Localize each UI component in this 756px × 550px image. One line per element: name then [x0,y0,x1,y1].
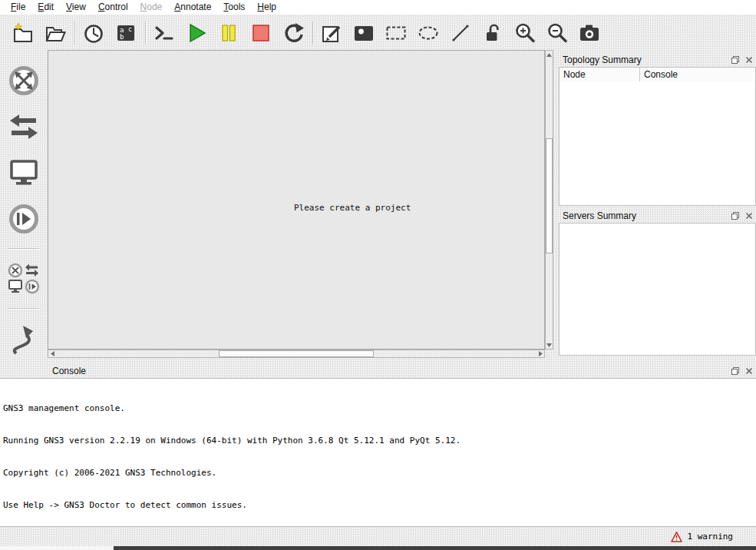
screenshot-button[interactable] [576,20,602,46]
menu-view[interactable]: View [60,0,92,15]
add-link-button[interactable] [7,322,41,356]
router-icon [7,64,41,98]
toolbar-separator [312,22,314,45]
browse-end-devices-button[interactable] [7,156,41,190]
start-play-icon [185,22,208,45]
unlocked-padlock-icon [481,22,504,45]
interface-labels-button[interactable]: a c b [113,20,139,46]
lock-unlock-button[interactable] [480,20,506,46]
insert-picture-button[interactable] [351,20,377,46]
close-icon [744,211,754,220]
scroll-up-arrow[interactable] [546,51,553,58]
reload-arrow-icon [282,22,305,45]
new-project-button[interactable] [10,20,36,46]
console-line: Use Help -> GNS3 Doctor to detect common… [3,500,753,511]
close-panel-button[interactable] [744,210,754,221]
menu-tools[interactable]: Tools [217,0,251,15]
menu-node: Node [134,0,169,15]
console-titlebar: Console [0,363,756,378]
menu-bar: File Edit View Control Node Annotate Too… [0,0,756,15]
menu-help[interactable]: Help [251,0,282,15]
servers-summary-list[interactable] [559,223,756,356]
svg-text:c: c [128,26,132,33]
menu-file[interactable]: File [5,0,31,15]
reload-button[interactable] [280,20,306,46]
suspend-button[interactable] [216,20,242,46]
close-panel-button[interactable] [744,55,754,65]
main-toolbar: a c b [0,16,756,50]
topology-summary-list[interactable] [559,81,756,206]
interface-labels-icon: a c b [114,22,137,45]
zoom-out-button[interactable] [544,20,570,46]
browse-security-devices-button[interactable] [7,202,41,236]
console-line: Copyright (c) 2006-2021 GNS3 Technologie… [3,468,753,479]
insert-picture-icon [352,22,375,45]
scroll-down-arrow[interactable] [546,341,553,349]
warning-triangle-icon[interactable] [671,532,682,542]
window-bottom-edge-left [0,546,114,550]
draw-ellipse-button[interactable] [415,20,441,46]
zoom-out-icon [546,22,569,45]
horizontal-scroll-thumb[interactable] [219,350,374,357]
console-line: GNS3 management console. [3,403,753,414]
draw-ellipse-icon [417,22,440,45]
warning-count-label[interactable]: 1 warning [687,532,733,542]
column-header-node[interactable]: Node [560,68,640,81]
float-panel-button[interactable] [730,366,741,376]
add-note-pencil-icon [320,22,343,45]
device-toolbar-separator [8,308,39,310]
stop-button[interactable] [248,20,274,46]
menu-annotate[interactable]: Annotate [168,0,217,15]
servers-summary-titlebar: Servers Summary [559,208,756,223]
console-title: Console [52,366,86,376]
canvas-vertical-scrollbar[interactable] [545,50,553,350]
console-connect-button[interactable] [151,20,177,46]
all-devices-icon [7,262,41,296]
browse-routers-button[interactable] [7,64,41,98]
draw-rectangle-icon [385,22,408,45]
topology-summary-header: Node Console [559,67,756,82]
new-project-icon [12,22,35,45]
float-icon [731,211,740,220]
close-icon [744,55,754,65]
servers-summary-title: Servers Summary [563,210,636,221]
menu-control[interactable]: Control [92,0,134,15]
monitor-icon [7,156,41,190]
console-prompt-icon [153,22,176,45]
browse-all-devices-button[interactable] [7,262,41,296]
device-toolbar [0,50,48,358]
zoom-in-button[interactable] [512,20,538,46]
vertical-scroll-thumb[interactable] [546,138,553,253]
scroll-left-arrow[interactable] [48,350,56,357]
canvas-placeholder-text: Please create a project [294,203,411,213]
snapshot-clock-icon [82,22,105,45]
suspend-pause-icon [217,22,240,45]
console-line: Running GNS3 version 2.2.19 on Windows (… [3,436,753,446]
draw-line-button[interactable] [447,20,474,46]
float-panel-button[interactable] [730,55,741,65]
snapshot-button[interactable] [81,20,107,46]
browse-switches-button[interactable] [7,110,41,144]
toolbar-separator [74,22,76,45]
draw-rectangle-button[interactable] [383,20,409,46]
security-device-icon [7,202,41,236]
float-icon [731,366,740,376]
open-project-button[interactable] [42,20,68,46]
scroll-right-arrow[interactable] [536,350,544,357]
close-panel-button[interactable] [744,366,754,376]
screenshot-camera-icon [578,22,601,45]
console-output[interactable]: GNS3 management console. Running GNS3 ve… [0,378,756,527]
add-note-button[interactable] [319,20,345,46]
topology-canvas[interactable]: Please create a project [48,50,545,350]
menu-edit[interactable]: Edit [31,0,60,15]
topology-summary-title: Topology Summary [563,55,642,65]
svg-text:b: b [120,33,124,41]
canvas-horizontal-scrollbar[interactable] [48,350,545,358]
stop-square-icon [249,22,272,45]
close-icon [744,366,754,376]
float-panel-button[interactable] [730,210,741,221]
status-bar: 1 warning [0,527,756,546]
column-header-console[interactable]: Console [640,68,755,81]
draw-line-icon [449,22,472,45]
start-button[interactable] [183,20,210,46]
